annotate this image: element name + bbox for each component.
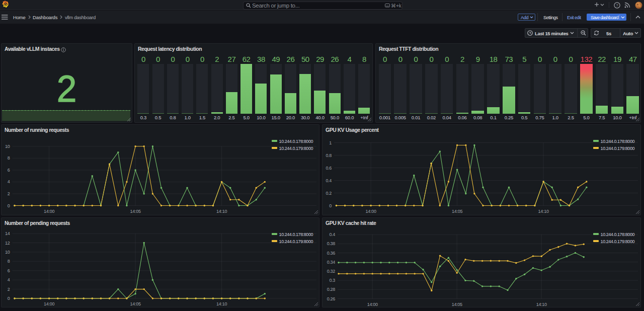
- svg-text:0.28: 0.28: [327, 287, 336, 292]
- svg-text:8: 8: [8, 156, 10, 161]
- svg-text:12: 12: [5, 241, 10, 246]
- svg-text:0.2: 0.2: [326, 191, 332, 196]
- svg-text:14:00: 14:00: [44, 301, 54, 306]
- svg-text:0.26: 0.26: [327, 296, 336, 301]
- svg-text:14:05: 14:05: [130, 301, 141, 306]
- svg-text:14:05: 14:05: [452, 302, 462, 307]
- svg-text:1: 1: [329, 140, 332, 145]
- svg-text:14:10: 14:10: [536, 302, 547, 307]
- svg-text:0.4: 0.4: [329, 232, 335, 237]
- svg-text:10: 10: [5, 250, 10, 255]
- svg-text:14:10: 14:10: [538, 209, 549, 214]
- svg-text:14:00: 14:00: [44, 209, 54, 214]
- svg-text:14:00: 14:00: [366, 209, 376, 214]
- svg-text:14:05: 14:05: [130, 209, 141, 214]
- svg-text:0.34: 0.34: [327, 260, 336, 265]
- svg-text:10: 10: [5, 144, 10, 149]
- svg-text:14:10: 14:10: [216, 301, 227, 306]
- svg-text:14:00: 14:00: [367, 302, 378, 307]
- svg-text:2: 2: [8, 191, 10, 196]
- svg-text:?: ?: [616, 3, 618, 8]
- svg-text:0.6: 0.6: [326, 166, 332, 171]
- svg-text:6: 6: [8, 168, 10, 173]
- svg-text:4: 4: [8, 179, 10, 184]
- svg-text:0.3: 0.3: [329, 278, 335, 283]
- svg-text:14:10: 14:10: [216, 209, 227, 214]
- svg-text:8: 8: [8, 259, 10, 264]
- svg-text:0.36: 0.36: [327, 251, 336, 256]
- svg-text:14:05: 14:05: [452, 209, 462, 214]
- svg-text:6: 6: [8, 268, 10, 273]
- svg-text:2: 2: [8, 287, 10, 292]
- svg-text:0: 0: [8, 203, 10, 208]
- svg-text:0: 0: [8, 296, 10, 301]
- svg-text:0.38: 0.38: [327, 241, 336, 246]
- svg-text:0.4: 0.4: [326, 178, 332, 183]
- svg-text:0.8: 0.8: [326, 153, 332, 158]
- svg-text:14: 14: [5, 231, 10, 236]
- svg-text:0.32: 0.32: [327, 269, 336, 274]
- svg-text:4: 4: [8, 277, 10, 282]
- svg-text:0: 0: [329, 203, 332, 208]
